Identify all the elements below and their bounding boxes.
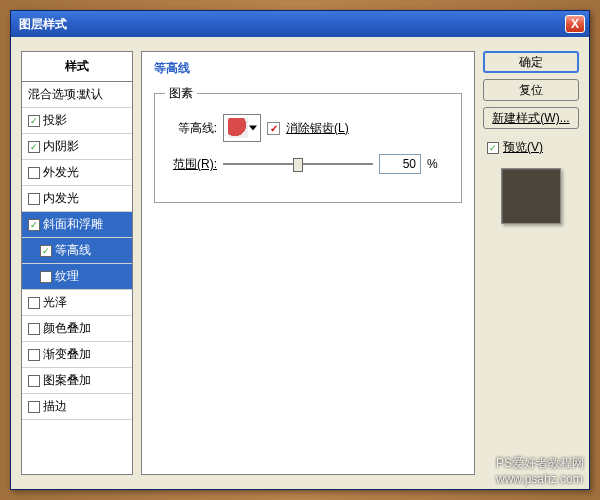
style-color-overlay[interactable]: 颜色叠加	[22, 316, 132, 342]
style-pattern-overlay[interactable]: 图案叠加	[22, 368, 132, 394]
titlebar[interactable]: 图层样式 X	[11, 11, 589, 37]
style-inner-glow[interactable]: 内发光	[22, 186, 132, 212]
contour-label: 等高线:	[165, 120, 217, 137]
styles-header[interactable]: 样式	[22, 52, 132, 82]
checkbox-icon[interactable]	[28, 375, 40, 387]
dialog-title: 图层样式	[19, 16, 67, 33]
checkbox-icon[interactable]	[28, 349, 40, 361]
checkbox-icon[interactable]	[28, 193, 40, 205]
checkbox-icon[interactable]	[28, 297, 40, 309]
watermark: PS爱好者教程网 www.psahz.com	[496, 455, 584, 486]
checkbox-icon[interactable]: ✓	[40, 245, 52, 257]
checkbox-icon[interactable]: ✓	[28, 115, 40, 127]
style-stroke[interactable]: 描边	[22, 394, 132, 420]
checkbox-icon[interactable]: ✓	[28, 219, 40, 231]
style-drop-shadow[interactable]: ✓投影	[22, 108, 132, 134]
style-texture[interactable]: 纹理	[22, 264, 132, 290]
style-contour[interactable]: ✓等高线	[22, 238, 132, 264]
layer-style-dialog: 图层样式 X 样式 混合选项:默认 ✓投影 ✓内阴影 外发光 内发光 ✓斜面和浮…	[10, 10, 590, 490]
contour-row: 等高线: ✓ 消除锯齿(L)	[165, 114, 451, 142]
dialog-body: 样式 混合选项:默认 ✓投影 ✓内阴影 外发光 内发光 ✓斜面和浮雕 ✓等高线 …	[11, 37, 589, 489]
styles-list: 样式 混合选项:默认 ✓投影 ✓内阴影 外发光 内发光 ✓斜面和浮雕 ✓等高线 …	[21, 51, 133, 475]
checkbox-icon[interactable]	[28, 401, 40, 413]
range-unit: %	[427, 157, 438, 171]
style-blend-options[interactable]: 混合选项:默认	[22, 82, 132, 108]
style-satin[interactable]: 光泽	[22, 290, 132, 316]
main-panel: 等高线 图素 等高线: ✓ 消除锯齿(L) 范围(R):	[141, 51, 475, 475]
antialias-label[interactable]: 消除锯齿(L)	[286, 120, 349, 137]
style-outer-glow[interactable]: 外发光	[22, 160, 132, 186]
contour-swatch-icon	[228, 118, 248, 138]
elements-group: 图素 等高线: ✓ 消除锯齿(L) 范围(R): %	[154, 85, 462, 203]
section-title: 等高线	[154, 60, 462, 77]
group-legend: 图素	[165, 85, 197, 102]
new-style-button[interactable]: 新建样式(W)...	[483, 107, 579, 129]
style-inner-shadow[interactable]: ✓内阴影	[22, 134, 132, 160]
style-gradient-overlay[interactable]: 渐变叠加	[22, 342, 132, 368]
checkbox-icon[interactable]: ✓	[28, 141, 40, 153]
right-panel: 确定 复位 新建样式(W)... ✓ 预览(V)	[483, 51, 579, 475]
range-row: 范围(R): %	[165, 154, 451, 174]
contour-picker[interactable]	[223, 114, 261, 142]
style-bevel-emboss[interactable]: ✓斜面和浮雕	[22, 212, 132, 238]
checkbox-icon[interactable]	[40, 271, 52, 283]
checkbox-icon[interactable]	[28, 323, 40, 335]
close-icon: X	[571, 17, 579, 31]
preview-swatch	[501, 168, 561, 224]
close-button[interactable]: X	[565, 15, 585, 33]
range-input[interactable]	[379, 154, 421, 174]
preview-toggle[interactable]: ✓ 预览(V)	[483, 139, 579, 156]
preview-label: 预览(V)	[503, 139, 543, 156]
reset-button[interactable]: 复位	[483, 79, 579, 101]
range-slider[interactable]	[223, 157, 373, 171]
checkbox-icon[interactable]: ✓	[487, 142, 499, 154]
antialias-checkbox[interactable]: ✓	[267, 122, 280, 135]
ok-button[interactable]: 确定	[483, 51, 579, 73]
checkbox-icon[interactable]	[28, 167, 40, 179]
range-label: 范围(R):	[165, 156, 217, 173]
slider-thumb[interactable]	[293, 158, 303, 172]
